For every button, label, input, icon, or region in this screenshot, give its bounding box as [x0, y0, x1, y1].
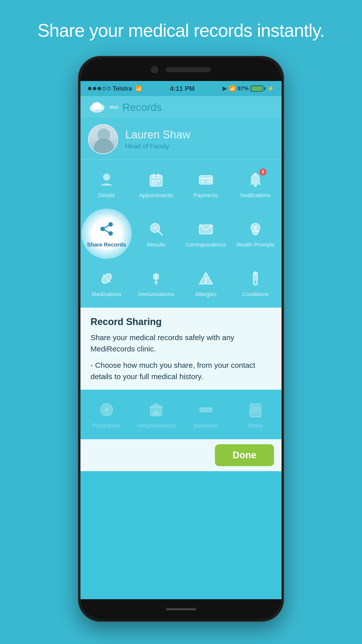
- svg-point-18: [254, 184, 257, 187]
- svg-rect-15: [199, 178, 212, 180]
- medications-label: Medications: [92, 291, 121, 298]
- svg-rect-63: [249, 403, 252, 408]
- svg-text:+: +: [254, 226, 256, 229]
- signal-dots: [88, 87, 111, 90]
- logo-medi: Medi: [110, 105, 118, 110]
- conditions-label: Conditions: [242, 291, 268, 298]
- notifications-icon-wrapper: 9: [245, 170, 265, 190]
- procedures-icon: [99, 402, 115, 418]
- svg-marker-49: [150, 403, 163, 407]
- icon-health-prompts[interactable]: + Health Prompts: [232, 214, 279, 253]
- icon-medications[interactable]: Medications: [83, 263, 130, 303]
- correspondence-label: Correspondence: [185, 242, 226, 248]
- icon-notifications[interactable]: 9 Notifications: [232, 165, 279, 204]
- svg-rect-7: [158, 174, 159, 177]
- tooltip-body: Share your medical records safely with a…: [90, 332, 272, 354]
- svg-rect-64: [254, 403, 256, 408]
- profile-name: Lauren Shaw: [125, 128, 274, 141]
- icons-row-2: Share Records Results: [80, 209, 282, 258]
- svg-rect-50: [155, 410, 157, 416]
- icon-details[interactable]: Details: [83, 165, 130, 204]
- battery-tip: [264, 87, 265, 90]
- immunisations-label: Immunisations: [138, 291, 174, 298]
- icon-results[interactable]: Results: [133, 214, 180, 253]
- camera: [151, 66, 158, 73]
- payments-icon: [198, 172, 214, 188]
- app-header: MediRecords: [80, 96, 282, 116]
- details-label: Details: [98, 192, 115, 199]
- svg-rect-12: [152, 183, 154, 185]
- icon-notes[interactable]: Notes: [232, 395, 279, 434]
- conditions-icon: [247, 270, 263, 287]
- battery: [251, 86, 265, 92]
- svg-rect-8: [150, 178, 162, 178]
- svg-rect-51: [153, 412, 155, 415]
- done-button[interactable]: Done: [215, 444, 274, 466]
- avatar-placeholder: [89, 125, 117, 153]
- svg-point-44: [254, 271, 257, 275]
- svg-line-23: [103, 224, 111, 229]
- home-indicator[interactable]: [166, 608, 196, 610]
- tooltip-title: Record Sharing: [90, 316, 272, 327]
- icon-hospitalisations[interactable]: Hospitalisations: [133, 395, 180, 434]
- svg-line-24: [103, 229, 111, 233]
- svg-rect-43: [254, 280, 256, 285]
- icon-immunisations[interactable]: Immunisations: [133, 263, 180, 303]
- icon-share-records[interactable]: Share Records: [83, 214, 130, 253]
- svg-rect-11: [158, 180, 160, 182]
- medications-icon-wrapper: [97, 268, 117, 289]
- hospitalisations-label: Hospitalisations: [137, 422, 175, 429]
- bluetooth-icon: 📶: [229, 85, 236, 92]
- signal-dot-5: [107, 87, 111, 90]
- icons-row-4: Procedures Hospitalisations: [80, 390, 282, 439]
- notification-badge: 9: [259, 169, 266, 176]
- appointments-icon: [148, 172, 164, 188]
- svg-rect-52: [157, 412, 160, 415]
- carrier-label: Telstra: [113, 85, 132, 92]
- measures-label: Measures: [194, 422, 218, 429]
- correspondence-icon: [198, 221, 214, 237]
- appointments-icon-wrapper: [146, 170, 166, 190]
- icons-row-1: Details: [80, 159, 282, 209]
- details-icon: [99, 172, 115, 188]
- speaker: [166, 67, 211, 72]
- svg-rect-16: [201, 181, 205, 182]
- avatar: [88, 124, 118, 154]
- icon-procedures[interactable]: Procedures: [83, 395, 130, 434]
- procedures-label: Procedures: [92, 422, 121, 429]
- svg-rect-40: [205, 277, 207, 281]
- icon-measures[interactable]: Measures: [182, 395, 230, 434]
- details-icon-wrapper: [97, 170, 117, 190]
- notes-label: Notes: [248, 422, 263, 429]
- measures-icon-wrapper: [196, 400, 216, 420]
- icon-allergies[interactable]: Allergies: [182, 263, 230, 303]
- tooltip-panel: Record Sharing Share your medical record…: [80, 308, 282, 390]
- signal-dot-4: [102, 87, 106, 90]
- icon-payments[interactable]: Payments: [182, 165, 230, 204]
- allergies-icon-wrapper: [196, 268, 216, 289]
- status-bar: Telstra 📶 4:11 PM ▶ 📶 87% ⚡: [80, 81, 282, 96]
- icons-row-3: Medications Immunisations: [80, 258, 282, 308]
- profile-info: Lauren Shaw Head of Family: [125, 128, 274, 150]
- payments-icon-wrapper: [196, 170, 216, 190]
- svg-point-26: [153, 226, 157, 230]
- charging-icon: ⚡: [267, 85, 274, 92]
- immunisations-icon-wrapper: [146, 268, 166, 289]
- svg-line-27: [158, 231, 162, 235]
- svg-rect-9: [152, 180, 154, 182]
- results-icon-wrapper: [146, 219, 166, 239]
- phone-top-bar: [80, 58, 282, 81]
- clock: 4:11 PM: [170, 85, 195, 93]
- notes-icon-wrapper: [245, 400, 265, 420]
- appointments-label: Appointments: [139, 192, 173, 199]
- svg-rect-65: [258, 403, 261, 408]
- share-records-icon: [99, 221, 115, 237]
- icon-conditions[interactable]: Conditions: [232, 263, 279, 303]
- icon-correspondence[interactable]: Correspondence: [182, 214, 230, 253]
- notes-icon: [247, 402, 263, 418]
- signal-dot-3: [98, 87, 101, 90]
- immunisations-icon: [148, 270, 164, 287]
- phone-screen: Telstra 📶 4:11 PM ▶ 📶 87% ⚡: [80, 58, 282, 619]
- icon-appointments[interactable]: Appointments: [133, 165, 180, 204]
- medications-icon: [99, 270, 115, 287]
